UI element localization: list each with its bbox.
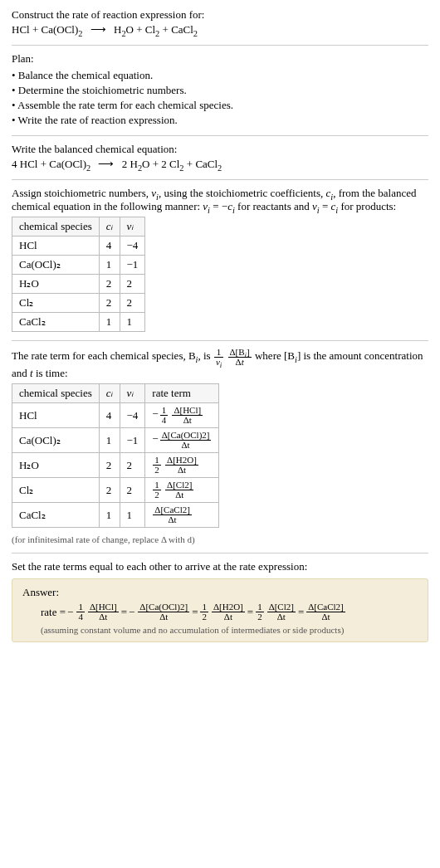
- plan-section: Plan: • Balance the chemical equation. •…: [12, 52, 428, 127]
- eq-rhs-2-tail: + CaCl: [159, 23, 193, 36]
- num: Δ[CaCl2]: [153, 505, 192, 514]
- nu-sub: i: [220, 361, 222, 369]
- num: Δ[H2O]: [212, 602, 245, 612]
- bal-rhs-2-tail: + CaCl: [184, 158, 218, 170]
- rateterm-section: The rate term for each chemical species,…: [12, 348, 428, 544]
- table-cell: 2: [120, 275, 145, 294]
- table-cell: 2: [99, 478, 120, 503]
- den: 2: [153, 490, 161, 500]
- table-cell: 1: [120, 313, 145, 332]
- divider: [12, 179, 428, 180]
- eq-sign: =: [192, 606, 198, 619]
- table-header: cᵢ: [99, 384, 120, 403]
- plan-bullet: • Balance the chemical equation.: [12, 69, 428, 82]
- dh2o-dt: Δ[H2O]Δt: [212, 602, 245, 622]
- eq-sign: =: [121, 606, 127, 619]
- table-cell: −1: [120, 428, 145, 453]
- num: 1: [160, 406, 169, 415]
- arrow-icon: ⟶: [86, 23, 111, 36]
- num: Δ[Ca(OCl)2]: [160, 431, 212, 440]
- table-cell: −Δ[Ca(OCl)2]Δt: [145, 428, 219, 453]
- answer-equation: rate = − 14 Δ[HCl]Δt = − Δ[Ca(OCl)2]Δt =…: [41, 602, 418, 622]
- assign-t2: , using the stoichiometric coefficients,: [159, 187, 326, 199]
- den: Δt: [160, 440, 212, 450]
- unbalanced-equation: HCl + Ca(OCl)2 ⟶ H2O + Cl2 + CaCl2: [12, 23, 428, 37]
- rate-eq: rate =: [41, 606, 66, 619]
- table-cell: H₂O: [12, 453, 100, 478]
- neg-sign: −: [129, 606, 134, 619]
- balanced-equation: 4 HCl + Ca(OCl)2 ⟶ 2 H2O + 2 Cl2 + CaCl2: [12, 158, 428, 171]
- num: 1: [76, 602, 85, 612]
- den: 2: [153, 465, 161, 475]
- table-row: Ca(OCl)₂1−1: [12, 256, 145, 275]
- coef-frac: 12: [153, 456, 161, 475]
- one-fourth: 14: [76, 602, 85, 622]
- num: Δ[CaCl2]: [306, 602, 345, 612]
- table-cell: H₂O: [12, 275, 100, 294]
- bal-lhs-sub: 2: [86, 163, 90, 173]
- assign-t1: Assign stoichiometric numbers,: [12, 187, 151, 199]
- table-cell: Cl₂: [12, 294, 100, 313]
- one-over-nu: 1 νi: [214, 348, 223, 367]
- table-row: Cl₂22: [12, 294, 145, 313]
- num: Δ[HCl]: [88, 602, 119, 612]
- table-cell: 2: [120, 294, 145, 313]
- arrow-icon: ⟶: [93, 158, 119, 170]
- table-header: νᵢ: [120, 217, 145, 237]
- den: Δt: [172, 415, 203, 425]
- balanced-section: Write the balanced chemical equation: 4 …: [12, 143, 428, 171]
- construct-section: Construct the rate of reaction expressio…: [12, 8, 428, 37]
- rt-t1: The rate term for each chemical species,…: [12, 349, 196, 362]
- table-cell: −14 Δ[HCl]Δt: [145, 403, 219, 428]
- coef-frac: 14: [160, 406, 169, 425]
- eq-neg: = −: [210, 200, 227, 212]
- dconc-dt: Δ[Ca(OCl)2]Δt: [160, 431, 212, 450]
- neg-sign: −: [67, 606, 73, 619]
- table-header: cᵢ: [99, 217, 120, 237]
- setterms-text: Set the rate terms equal to each other t…: [12, 560, 428, 573]
- dbi: Δ[B: [230, 347, 245, 357]
- dcaocl-dt: Δ[Ca(OCl)2]Δt: [138, 602, 189, 622]
- table-cell: HCl: [12, 403, 100, 428]
- answer-label: Answer:: [22, 586, 418, 599]
- table-cell: 2: [99, 294, 120, 313]
- eq-sign: =: [298, 606, 304, 619]
- one-half: 12: [200, 602, 208, 622]
- table-header: chemical species: [12, 384, 100, 403]
- bal-rhs-3-sub: 2: [218, 163, 222, 173]
- table-cell: 2: [99, 275, 120, 294]
- table-cell: 12 Δ[Cl2]Δt: [145, 478, 219, 503]
- table-header: chemical species: [12, 217, 100, 237]
- bal-rhs-1: 2 H: [122, 158, 138, 170]
- plan-bullets: • Balance the chemical equation. • Deter…: [12, 69, 428, 127]
- neg-sign: −: [152, 407, 158, 420]
- den: 4: [160, 415, 169, 425]
- eq-rhs-1: H: [114, 23, 121, 36]
- table-cell: 1: [120, 503, 145, 528]
- frac-num: Δ[Bi]: [228, 348, 252, 357]
- dcl2-dt: Δ[Cl2]Δt: [267, 602, 296, 622]
- den: Δt: [267, 612, 296, 622]
- rt-t5: is time:: [33, 367, 68, 379]
- table-cell: 2: [120, 478, 145, 503]
- ci-header: cᵢ: [106, 387, 113, 399]
- table-cell: CaCl₂: [12, 313, 100, 332]
- dconc-dt: Δ[CaCl2]Δt: [153, 505, 192, 524]
- num: Δ[H2O]: [165, 456, 198, 465]
- den: Δt: [212, 612, 245, 622]
- frac-den: νi: [214, 357, 223, 367]
- dconc-dt: Δ[H2O]Δt: [165, 456, 198, 475]
- den: Δt: [138, 612, 189, 622]
- balanced-title: Write the balanced chemical equation:: [12, 143, 428, 156]
- eq-lhs: HCl + Ca(OCl): [12, 23, 78, 36]
- table-cell: 4: [99, 237, 120, 256]
- table-cell: HCl: [12, 237, 100, 256]
- ci-header: cᵢ: [106, 220, 113, 232]
- rt-t2: , is: [198, 349, 213, 362]
- assign-section: Assign stoichiometric numbers, νi, using…: [12, 187, 428, 332]
- divider: [12, 45, 428, 46]
- infinitesimal-note: (for infinitesimal rate of change, repla…: [12, 534, 428, 544]
- table-cell: Cl₂: [12, 478, 100, 503]
- table-cell: Δ[CaCl2]Δt: [145, 503, 219, 528]
- table-cell: 1: [99, 256, 120, 275]
